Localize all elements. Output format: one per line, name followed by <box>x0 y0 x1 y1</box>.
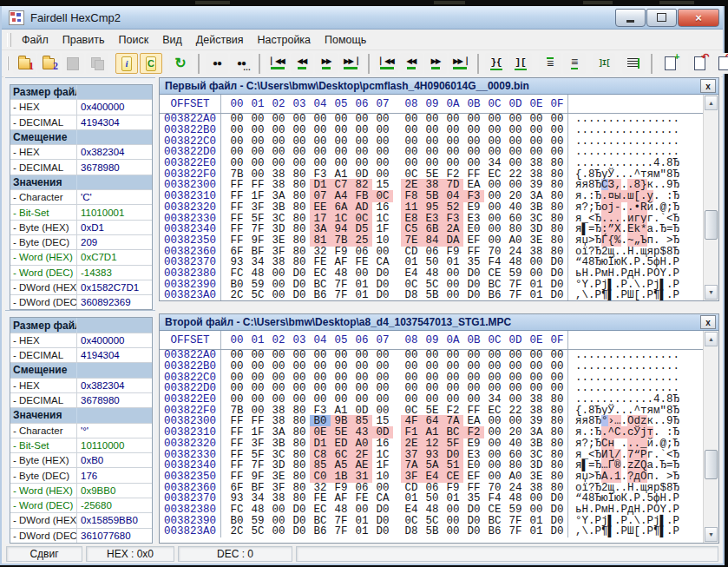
hex-view-close-button[interactable]: x <box>700 315 716 329</box>
hex-byte[interactable]: 01 <box>351 525 372 537</box>
hex-byte[interactable]: B6 <box>484 289 505 300</box>
hex-byte[interactable]: 00 <box>268 525 289 537</box>
ascii-char[interactable]: Ш <box>627 289 634 300</box>
hex-byte[interactable]: 5B <box>422 525 443 537</box>
menu-item-0[interactable]: Файл <box>15 31 56 49</box>
hex-byte[interactable]: D0 <box>547 289 567 300</box>
last-difference-button[interactable]: ▶▶▕ <box>339 53 362 74</box>
hex-byte[interactable]: 00 <box>443 289 463 300</box>
next-modified-button[interactable]: ▶▶ <box>424 53 447 74</box>
ascii-char[interactable]: Р <box>673 525 680 537</box>
toggle-ascii-column-button[interactable]: C <box>140 53 162 74</box>
hex-byte[interactable]: 2C <box>226 525 247 537</box>
ascii-char[interactable]: ¶ <box>653 289 660 300</box>
ascii-char[interactable]: . <box>660 179 667 191</box>
ascii-char[interactable]: Р <box>647 525 654 537</box>
ascii-char[interactable]: , <box>575 289 582 300</box>
menu-item-6[interactable]: Помощь <box>318 31 373 49</box>
hex-byte[interactable]: 7F <box>331 525 351 537</box>
hex-byte[interactable]: D0 <box>289 289 310 300</box>
open-first-file-button[interactable]: 1 <box>13 53 36 74</box>
menu-item-4[interactable]: Действия <box>189 31 251 49</box>
align-top-button[interactable]: ≡ <box>539 53 561 74</box>
ascii-char[interactable]: [ <box>634 525 641 537</box>
ascii-char[interactable]: Р <box>621 289 628 300</box>
hex-byte[interactable]: 01 <box>526 525 547 537</box>
ascii-char[interactable]: ¶ <box>601 289 608 300</box>
ascii-char[interactable]: Р <box>595 289 602 300</box>
ascii-char[interactable]: . <box>614 525 621 537</box>
scroll-up-button[interactable]: ▲ <box>705 332 718 346</box>
report-button[interactable]: + <box>659 53 681 74</box>
byte-table-button[interactable] <box>622 53 645 74</box>
ascii-char[interactable]: Р <box>673 289 680 300</box>
ascii-char[interactable]: ▌ <box>660 525 667 537</box>
hex-byte[interactable]: D8 <box>401 525 422 537</box>
find-next-button[interactable]: ●●… <box>230 53 253 74</box>
hex-byte[interactable]: D0 <box>547 525 567 537</box>
ascii-char[interactable]: . <box>614 289 621 300</box>
hex-byte[interactable]: 5C <box>247 525 268 537</box>
hex-view-close-button[interactable]: x <box>700 79 716 93</box>
hex-byte[interactable]: B6 <box>484 525 505 537</box>
ascii-char[interactable]: ▌ <box>660 289 667 300</box>
open-second-file-button[interactable]: 2 <box>37 53 60 74</box>
menubar-grip[interactable] <box>7 33 11 47</box>
align-bottom-button[interactable]: ≡ <box>563 53 586 74</box>
ascii-char[interactable]: ▌ <box>608 289 615 300</box>
shrink-right-button[interactable]: ][ <box>509 53 532 74</box>
hex-byte[interactable]: B6 <box>310 289 331 300</box>
scroll-thumb[interactable] <box>705 450 718 479</box>
hex-byte[interactable]: 5C <box>247 289 268 300</box>
hex-byte[interactable]: 7F <box>331 289 351 300</box>
hex-byte[interactable]: D8 <box>401 289 422 300</box>
ascii-char[interactable]: . <box>666 289 673 300</box>
first-modified-button[interactable]: ▏◀◀ <box>376 53 398 74</box>
menu-item-1[interactable]: Править <box>56 31 112 49</box>
hex-byte[interactable]: D0 <box>372 289 393 300</box>
ascii-char[interactable]: Ђ <box>660 459 667 471</box>
scroll-down-button[interactable]: ▼ <box>705 285 718 300</box>
last-modified-button[interactable]: ▶▶▕ <box>449 53 471 74</box>
hex-byte[interactable]: 01 <box>351 289 372 300</box>
hex-byte[interactable]: 01 <box>526 289 547 300</box>
ascii-char[interactable]: Р <box>595 525 602 537</box>
prev-modified-button[interactable]: ◀◀ <box>400 53 423 74</box>
hex-byte[interactable]: D0 <box>463 289 484 300</box>
ascii-char[interactable]: Ш <box>627 525 634 537</box>
ascii-char[interactable]: . <box>660 415 667 427</box>
ascii-char[interactable]: Р <box>621 525 628 537</box>
hex-byte[interactable]: 00 <box>443 525 463 537</box>
ascii-char[interactable]: . <box>588 289 595 300</box>
ascii-char[interactable]: . <box>666 525 673 537</box>
close-button[interactable]: × <box>678 9 719 27</box>
hex-byte[interactable]: D0 <box>372 525 393 537</box>
ascii-char[interactable]: C <box>614 426 621 438</box>
menu-item-3[interactable]: Вид <box>155 31 189 49</box>
insert-block-button[interactable]: ]I[ <box>593 53 615 74</box>
scroll-up-button[interactable]: ▲ <box>705 96 718 110</box>
ascii-char[interactable]: , <box>575 525 582 537</box>
ascii-char[interactable]: Ђ <box>660 223 667 235</box>
hex-byte[interactable]: 7F <box>505 289 526 300</box>
toggle-info-panel-button[interactable]: i <box>115 53 138 74</box>
ascii-char[interactable]: ¶ <box>601 525 608 537</box>
minimize-button[interactable] <box>615 9 646 27</box>
ascii-char[interactable]: [ <box>634 289 641 300</box>
find-button[interactable]: ●● <box>206 53 228 74</box>
vertical-scrollbar[interactable]: ▲▼ <box>703 95 718 300</box>
hex-byte[interactable]: B6 <box>310 525 331 537</box>
hex-byte[interactable]: D0 <box>289 525 310 537</box>
copy-to-first-button[interactable]: ↶ <box>688 53 711 74</box>
scroll-down-button[interactable]: ▼ <box>705 527 718 542</box>
scroll-thumb[interactable] <box>705 210 718 240</box>
ascii-char[interactable]: \ <box>582 289 589 300</box>
ascii-char[interactable]: ¶ <box>653 525 660 537</box>
vertical-scrollbar[interactable]: ▲▼ <box>703 331 718 543</box>
first-difference-button[interactable]: ▏◀◀ <box>266 53 289 74</box>
titlebar[interactable]: Fairdell HexCmp2 × <box>2 6 723 30</box>
ascii-char[interactable]: . <box>588 525 595 537</box>
menu-item-5[interactable]: Настройка <box>251 31 318 49</box>
ascii-char[interactable]: Р <box>647 289 654 300</box>
next-difference-button[interactable]: ▶▶ <box>315 53 338 74</box>
